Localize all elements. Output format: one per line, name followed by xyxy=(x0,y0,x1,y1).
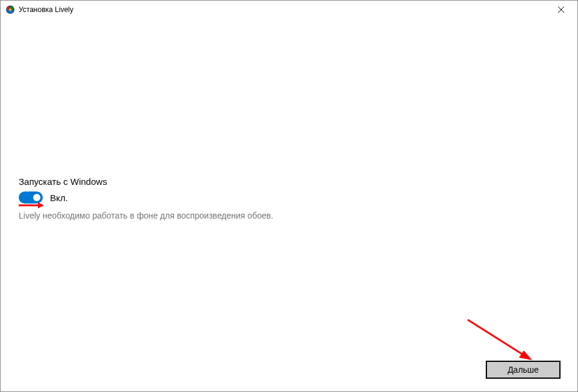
close-icon xyxy=(558,7,564,13)
setting-description: Lively необходимо работать в фоне для во… xyxy=(19,211,273,220)
svg-marker-10 xyxy=(519,350,532,360)
startup-toggle[interactable] xyxy=(19,191,43,204)
setting-label: Запускать с Windows xyxy=(19,176,273,187)
app-icon xyxy=(5,5,15,14)
next-button[interactable]: Дальше xyxy=(486,361,561,379)
close-button[interactable] xyxy=(547,1,575,19)
svg-line-9 xyxy=(468,320,525,356)
annotation-arrow-large xyxy=(465,317,537,365)
toggle-thumb xyxy=(33,194,40,201)
toggle-state-label: Вкл. xyxy=(50,193,68,203)
content-area: Запускать с Windows Вкл. Lively необходи… xyxy=(19,176,273,220)
toggle-row: Вкл. xyxy=(19,191,273,204)
svg-point-4 xyxy=(9,8,11,11)
titlebar: Установка Lively xyxy=(1,1,577,19)
window-title: Установка Lively xyxy=(19,5,547,14)
next-button-label: Дальше xyxy=(507,365,539,375)
